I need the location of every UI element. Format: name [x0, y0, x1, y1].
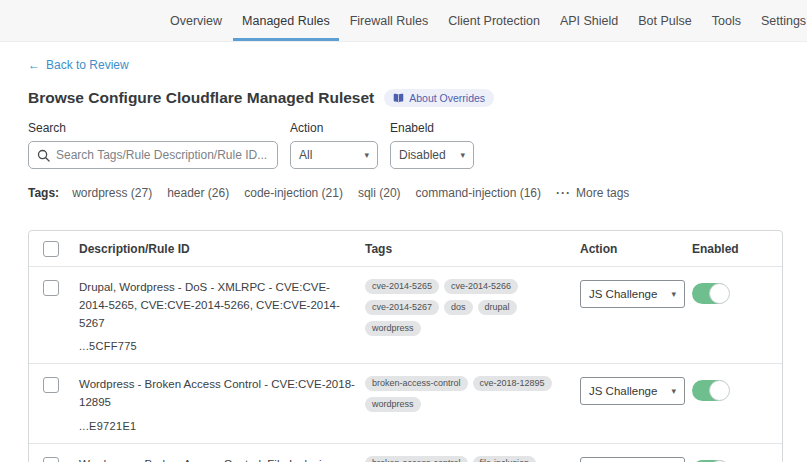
chevron-down-icon: ▾	[671, 289, 676, 299]
managed-rules-table: Description/Rule ID Tags Action Enabled …	[28, 230, 783, 462]
action-select-value: JS Challenge	[589, 288, 657, 300]
tag-filter-sqli[interactable]: sqli (20)	[358, 186, 401, 200]
more-tags-label: More tags	[576, 186, 629, 200]
rule-enabled-cell	[692, 376, 782, 401]
enabled-filter: Enabeld Disabled ▾	[390, 121, 474, 169]
book-icon	[393, 93, 404, 103]
rule-enabled-cell	[692, 279, 782, 304]
table-row: Wordpress - Broken Access Control - CVE:…	[29, 364, 782, 444]
action-select-value: JS Challenge	[589, 385, 657, 397]
toggle-knob	[709, 283, 730, 304]
row-checkbox[interactable]	[43, 377, 59, 393]
tab-client-protection[interactable]: Client Protection	[438, 0, 550, 41]
back-arrow-icon: ←	[28, 58, 40, 72]
enabled-toggle[interactable]	[692, 283, 729, 304]
row-checkbox-cell	[29, 456, 79, 462]
tag-pill[interactable]: wordpress	[365, 321, 421, 336]
filters-bar: Search Action All ▾ Enabeld Disabled ▾	[28, 121, 807, 169]
enabled-filter-select[interactable]: Disabled ▾	[390, 141, 474, 169]
chevron-down-icon: ▾	[364, 150, 369, 160]
search-label: Search	[28, 121, 278, 135]
tag-pill[interactable]: wordpress	[365, 397, 421, 412]
enabled-label: Enabeld	[390, 121, 474, 135]
rule-id: ...5CFF775	[79, 340, 355, 352]
rule-description-cell: Drupal, Wordpress - DoS - XMLRPC - CVE:C…	[79, 279, 365, 352]
rule-tags-cell: broken-access-control file-inclusion wor…	[365, 456, 580, 462]
enabled-toggle[interactable]	[692, 380, 729, 401]
title-row: Browse Configure Cloudflare Managed Rule…	[28, 89, 807, 107]
tag-filter-code-injection[interactable]: code-injection (21)	[244, 186, 343, 200]
tab-overview[interactable]: Overview	[160, 0, 232, 41]
tab-tools[interactable]: Tools	[702, 0, 751, 41]
rule-action-cell: JS Challenge ▾	[580, 376, 692, 405]
select-all-checkbox[interactable]	[43, 241, 59, 257]
header-tags: Tags	[365, 242, 580, 256]
back-link-label: Back to Review	[46, 58, 129, 72]
table-row: Wordpress - Broken Access Control, File …	[29, 444, 782, 462]
rule-enabled-cell	[692, 456, 782, 462]
tag-pill[interactable]: cve-2014-5266	[444, 279, 518, 294]
rule-description-cell: Wordpress - Broken Access Control, File …	[79, 456, 365, 462]
about-overrides-badge[interactable]: About Overrides	[384, 89, 494, 107]
header-checkbox-cell	[29, 241, 79, 257]
row-checkbox[interactable]	[43, 280, 59, 296]
tag-filter-wordpress[interactable]: wordpress (27)	[72, 186, 152, 200]
rule-description: Drupal, Wordpress - DoS - XMLRPC - CVE:C…	[79, 279, 355, 332]
header-description: Description/Rule ID	[79, 242, 365, 256]
tab-firewall-rules[interactable]: Firewall Rules	[340, 0, 439, 41]
action-filter: Action All ▾	[290, 121, 378, 169]
more-tags-button[interactable]: ··· More tags	[556, 186, 629, 200]
rule-action-cell: JS Challenge ▾	[580, 279, 692, 308]
top-navigation: Overview Managed Rules Firewall Rules Cl…	[0, 0, 807, 42]
rule-description-cell: Wordpress - Broken Access Control - CVE:…	[79, 376, 365, 432]
row-checkbox-cell	[29, 376, 79, 393]
rule-id: ...E9721E1	[79, 420, 355, 432]
tag-pill[interactable]: cve-2018-12895	[473, 376, 552, 391]
tag-pill[interactable]: dos	[444, 300, 473, 315]
header-action: Action	[580, 242, 692, 256]
about-overrides-label: About Overrides	[409, 92, 485, 104]
row-checkbox[interactable]	[43, 457, 59, 462]
rule-action-cell: JS Challenge ▾	[580, 456, 692, 462]
chevron-down-icon: ▾	[671, 386, 676, 396]
rule-description: Wordpress - Broken Access Control, File …	[79, 456, 355, 462]
action-label: Action	[290, 121, 378, 135]
action-select[interactable]: JS Challenge ▾	[580, 457, 685, 462]
action-filter-select[interactable]: All ▾	[290, 141, 378, 169]
tags-bar-label: Tags:	[28, 186, 59, 200]
tag-pill[interactable]: broken-access-control	[365, 376, 468, 391]
enabled-filter-value: Disabled	[399, 148, 446, 162]
search-input[interactable]	[56, 148, 269, 162]
search-icon	[37, 149, 50, 162]
table-row: Drupal, Wordpress - DoS - XMLRPC - CVE:C…	[29, 267, 782, 364]
toggle-knob	[709, 380, 730, 401]
chevron-down-icon: ▾	[460, 150, 465, 160]
tag-pill[interactable]: cve-2014-5265	[365, 279, 439, 294]
action-filter-value: All	[299, 148, 312, 162]
search-box	[28, 141, 278, 169]
action-select[interactable]: JS Challenge ▾	[580, 377, 685, 405]
tab-managed-rules[interactable]: Managed Rules	[232, 0, 340, 41]
rule-description: Wordpress - Broken Access Control - CVE:…	[79, 376, 355, 412]
rule-tags-cell: broken-access-control cve-2018-12895 wor…	[365, 376, 580, 412]
back-to-review-link[interactable]: ← Back to Review	[28, 58, 129, 72]
rule-tags-cell: cve-2014-5265 cve-2014-5266 cve-2014-526…	[365, 279, 580, 336]
row-checkbox-cell	[29, 279, 79, 296]
tag-pill[interactable]: broken-access-control	[365, 456, 468, 462]
tag-pill[interactable]: cve-2014-5267	[365, 300, 439, 315]
tag-filter-header[interactable]: header (26)	[167, 186, 229, 200]
tab-settings[interactable]: Settings	[751, 0, 807, 41]
table-header-row: Description/Rule ID Tags Action Enabled	[29, 231, 782, 267]
tab-api-shield[interactable]: API Shield	[550, 0, 628, 41]
ellipsis-icon: ···	[556, 186, 571, 200]
tab-bot-pulse[interactable]: Bot Pulse	[628, 0, 702, 41]
search-filter: Search	[28, 121, 278, 169]
tag-pill[interactable]: drupal	[478, 300, 517, 315]
action-select[interactable]: JS Challenge ▾	[580, 280, 685, 308]
tag-filter-command-injection[interactable]: command-injection (16)	[416, 186, 541, 200]
page-title: Browse Configure Cloudflare Managed Rule…	[28, 89, 374, 107]
tags-bar: Tags: wordpress (27) header (26) code-in…	[28, 186, 807, 200]
header-enabled: Enabled	[692, 242, 782, 256]
tag-pill[interactable]: file-inclusion	[473, 456, 537, 462]
